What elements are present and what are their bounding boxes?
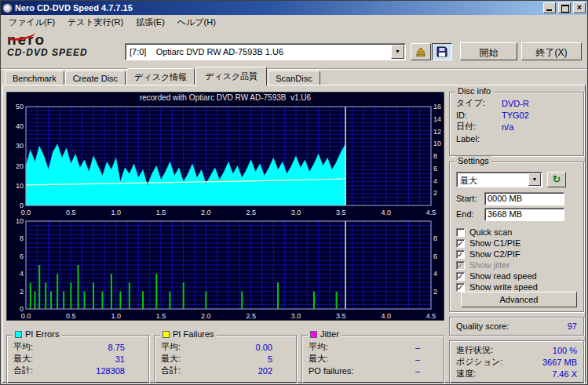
tab-disc-quality[interactable]: ディスク品質 [195,67,267,86]
save-button[interactable] [432,43,452,60]
checkbox-icon[interactable] [456,283,465,292]
minimize-icon[interactable] [543,2,556,13]
tab-disc-info[interactable]: ディスク情報 [126,68,195,86]
checkbox-quick-scan[interactable]: Quick scan [450,227,583,238]
stat-row: 合計:128308 [7,365,148,376]
svg-text:2: 2 [433,189,437,197]
stat-row: 最大:– [302,353,444,365]
svg-text:4: 4 [20,270,24,278]
stat-value: – [415,366,437,376]
stat-row: 平均:0.00 [155,341,296,353]
stat-label: 合計: [161,365,211,376]
svg-text:2.0: 2.0 [201,312,211,320]
pi-failures-swatch-icon [163,331,170,338]
progress-label: 進行状況: [456,344,493,356]
stat-label: 最大: [161,353,211,365]
svg-text:4: 4 [433,177,437,185]
checkbox-icon[interactable] [456,228,465,237]
progress-group: 進行状況:100 % ポジション:3667 MB 速度:7.46 X [449,340,584,383]
chevron-down-icon[interactable] [391,45,404,59]
checkbox-show-read-speed[interactable]: Show read speed [450,271,583,281]
title-bar[interactable]: Nero CD-DVD Speed 4.7.7.15 [1,1,587,15]
toolbar: nero CD·DVD SPEED [7:0] Optiarc DVD RW A… [1,30,587,69]
svg-text:4.0: 4.0 [381,312,391,320]
disc-info-row: タイプ:DVD-R [450,97,583,109]
start-field[interactable] [484,192,564,205]
disc-info-row: ID:TYG02 [450,109,583,121]
tab-benchmark[interactable]: Benchmark [5,71,64,86]
tab-strip: Benchmark Create Disc ディスク情報 ディスク品質 Scan… [1,69,587,85]
menu-help[interactable]: ヘルプ(H) [171,14,222,31]
stat-label: 平均: [309,341,359,353]
stat-label: 最大: [13,353,64,365]
checkbox-label: Quick scan [469,227,512,237]
svg-text:0.0: 0.0 [21,209,31,216]
position-label: ポジション: [456,356,502,368]
pi-failures-group-title: PI Failures [173,329,214,339]
stat-row: 最大:5 [155,353,296,365]
stat-label: 最大: [309,353,359,365]
checkbox-label: Show jitter [469,260,509,270]
quality-charts: 504030201001614121086420.00.51.01.52.02.… [7,104,445,321]
window-title: Nero CD-DVD Speed 4.7.7.15 [15,3,541,13]
exit-button[interactable]: 終了(X) [521,42,582,60]
start-field-label: Start: [456,194,484,203]
menu-run-test[interactable]: テスト実行(R) [61,14,130,31]
svg-text:30: 30 [16,142,24,150]
svg-text:1.0: 1.0 [111,312,121,320]
cddvd-speed-logo-text: CD·DVD SPEED [7,47,121,58]
speed-combobox[interactable]: 最大 [456,172,542,187]
checkbox-icon[interactable] [456,250,465,259]
tab-scandisc[interactable]: ScanDisc [268,71,320,86]
disc-type-value: DVD-R [502,99,529,108]
pi-failures-group: PI Failures 平均:0.00 最大:5 合計:202 [154,335,297,383]
stat-value: – [415,354,437,364]
checkbox-show-c1-pie[interactable]: Show C1/PIE [450,238,583,249]
disc-id-label: ID: [456,111,502,120]
end-field[interactable] [484,208,564,221]
tab-create-disc[interactable]: Create Disc [65,71,126,86]
svg-text:1.0: 1.0 [111,209,121,216]
checkbox-icon[interactable] [456,239,465,248]
disc-info-row: Label: [450,133,583,144]
eject-button[interactable] [411,43,431,60]
pi-errors-swatch-icon [15,331,22,338]
stat-value: – [415,343,437,352]
svg-text:10: 10 [16,182,24,190]
menu-bar: ファイル(F) テスト実行(R) 拡張(E) ヘルプ(H) [1,15,587,30]
close-icon[interactable] [573,2,586,13]
chevron-down-icon[interactable] [528,173,541,186]
svg-text:1.5: 1.5 [156,209,166,216]
svg-text:3.0: 3.0 [291,312,301,320]
svg-text:6: 6 [433,165,437,173]
drive-combobox[interactable]: [7:0] Optiarc DVD RW AD-7593B 1.U6 [125,43,406,60]
stat-value: 128308 [96,366,142,376]
svg-text:10: 10 [16,217,24,225]
app-window: Nero CD-DVD Speed 4.7.7.15 ファイル(F) テスト実行… [0,0,588,385]
checkbox-icon [456,261,465,270]
svg-text:50: 50 [16,104,24,111]
svg-text:6: 6 [20,252,24,260]
svg-text:16: 16 [433,104,441,111]
svg-text:4.0: 4.0 [381,209,391,216]
stat-row: PO failures:– [302,365,444,376]
maximize-icon[interactable] [558,2,571,13]
quality-score-label: Quality score: [456,321,509,331]
menu-extra[interactable]: 拡張(E) [130,14,171,31]
start-button[interactable]: 開始 [460,42,517,60]
svg-text:6: 6 [433,252,437,260]
advanced-button[interactable]: Advanced [461,292,577,307]
jitter-swatch-icon [310,331,317,338]
checkbox-icon[interactable] [456,272,465,281]
jitter-group-title: Jitter [320,329,339,339]
checkbox-label: Show C1/PIE [469,238,520,248]
stat-value: 31 [115,354,142,364]
checkbox-show-write-speed[interactable]: Show write speed [450,281,583,292]
stat-label: PO failures: [309,366,359,376]
refresh-button[interactable] [547,172,566,187]
menu-file[interactable]: ファイル(F) [2,14,61,31]
end-field-label: End: [456,209,484,219]
checkbox-label: Show write speed [469,282,538,292]
checkbox-show-c2-pif[interactable]: Show C2/PIF [450,249,583,260]
disc-id-value: TYG02 [502,111,529,120]
